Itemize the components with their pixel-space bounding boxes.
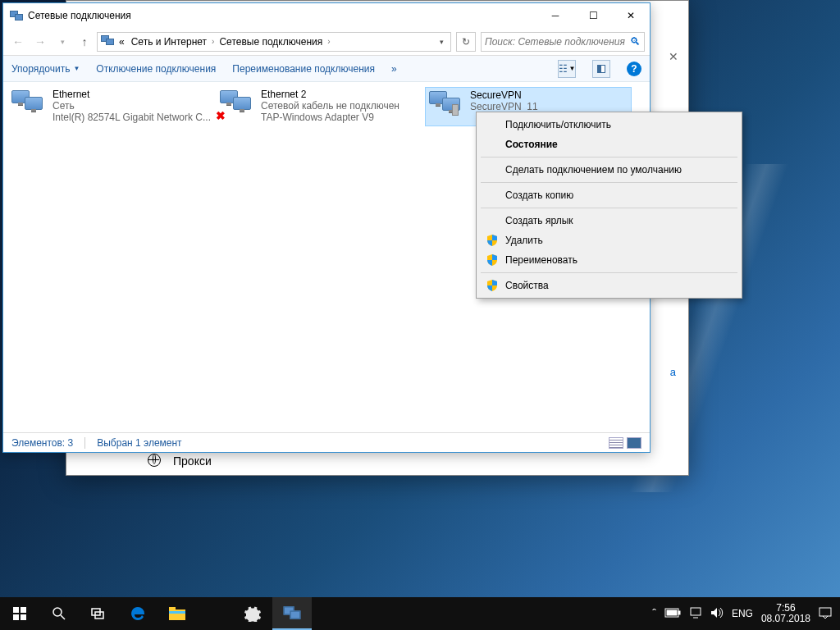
connection-device: Intel(R) 82574L Gigabit Network C... bbox=[52, 112, 213, 123]
connection-name: Ethernet bbox=[52, 89, 213, 100]
explorer-button[interactable] bbox=[158, 597, 197, 630]
battery-icon[interactable] bbox=[664, 607, 681, 620]
connection-name: Ethernet 2 bbox=[261, 89, 422, 100]
breadcrumb-seg1[interactable]: Сеть и Интернет bbox=[130, 36, 208, 48]
svg-rect-16 bbox=[819, 608, 831, 616]
navbar: ← → ▾ ↑ « Сеть и Интернет › Сетевые подк… bbox=[3, 28, 650, 56]
selection-count: Выбран 1 элемент bbox=[97, 437, 181, 449]
connection-item[interactable]: ✖ Ethernet 2 Сетевой кабель не подключен… bbox=[217, 87, 423, 126]
recent-dropdown[interactable]: ▾ bbox=[52, 32, 72, 52]
breadcrumb-dropdown-icon[interactable]: ▾ bbox=[440, 38, 444, 46]
view-options-button[interactable]: ☷▼ bbox=[558, 60, 576, 78]
tray-chevron-icon[interactable]: ˆ bbox=[652, 607, 656, 620]
globe-icon bbox=[148, 454, 161, 467]
toolbar: Упорядочить ▼ Отключение подключения Пер… bbox=[3, 56, 650, 82]
uac-shield-icon bbox=[486, 234, 499, 247]
close-button[interactable]: ✕ bbox=[612, 3, 650, 28]
taskbar: ˆ ENG 7:56 08.07.2018 bbox=[0, 597, 840, 630]
organize-menu[interactable]: Упорядочить ▼ bbox=[11, 63, 80, 75]
network-tray-icon[interactable] bbox=[689, 607, 702, 621]
minimize-button[interactable]: ─ bbox=[536, 3, 574, 28]
ctx-create-shortcut[interactable]: Создать ярлык bbox=[479, 211, 739, 231]
vpn-adapter-icon bbox=[427, 89, 465, 122]
edge-button[interactable] bbox=[118, 597, 158, 630]
search-button[interactable] bbox=[39, 597, 79, 630]
svg-rect-12 bbox=[678, 611, 680, 614]
search-box[interactable]: 🔍︎ bbox=[481, 32, 645, 52]
settings-taskbar-button[interactable] bbox=[233, 597, 272, 630]
bg-close-icon[interactable]: ✕ bbox=[669, 50, 678, 63]
disconnected-icon: ✖ bbox=[215, 110, 226, 121]
item-count: Элементов: 3 bbox=[11, 437, 73, 449]
uac-shield-icon bbox=[486, 279, 499, 292]
ctx-status[interactable]: Состояние bbox=[479, 135, 739, 154]
svg-rect-10 bbox=[169, 611, 185, 614]
preview-pane-button[interactable] bbox=[592, 60, 610, 78]
connection-status: Сеть bbox=[52, 100, 213, 112]
chevron-right-icon[interactable]: › bbox=[212, 37, 214, 46]
svg-rect-14 bbox=[691, 608, 701, 615]
ctx-delete[interactable]: Удалить bbox=[479, 231, 739, 250]
ctx-set-default[interactable]: Сделать подключением по умолчанию bbox=[479, 160, 739, 180]
svg-rect-2 bbox=[13, 614, 19, 620]
search-icon[interactable]: 🔍︎ bbox=[630, 35, 641, 48]
volume-icon[interactable] bbox=[710, 607, 724, 621]
date: 08.07.2018 bbox=[761, 614, 810, 624]
bg-link: a bbox=[670, 366, 676, 378]
breadcrumb-prefix: « bbox=[117, 36, 126, 48]
icons-view-button[interactable] bbox=[627, 437, 641, 449]
breadcrumb-seg2[interactable]: Сетевые подключения bbox=[217, 36, 324, 48]
disconnect-button[interactable]: Отключение подключения bbox=[96, 63, 216, 75]
svg-point-4 bbox=[53, 608, 62, 616]
action-center-icon[interactable] bbox=[819, 606, 832, 622]
ctx-rename[interactable]: Переименовать bbox=[479, 250, 739, 270]
svg-rect-13 bbox=[667, 610, 677, 615]
system-tray: ˆ ENG 7:56 08.07.2018 bbox=[652, 597, 840, 630]
connection-status: SecureVPN_11 bbox=[470, 101, 629, 112]
network-adapter-icon bbox=[10, 89, 48, 121]
bg-proxy-label[interactable]: Прокси bbox=[173, 454, 212, 468]
details-view-button[interactable] bbox=[609, 437, 623, 449]
svg-rect-3 bbox=[21, 614, 26, 620]
uac-shield-icon bbox=[486, 253, 499, 267]
svg-rect-0 bbox=[13, 607, 19, 613]
task-view-button[interactable] bbox=[79, 597, 118, 630]
ctx-connect-disconnect[interactable]: Подключить/отключить bbox=[479, 115, 739, 135]
app-icon bbox=[10, 9, 23, 22]
more-button[interactable]: » bbox=[391, 63, 397, 75]
refresh-button[interactable]: ↻ bbox=[456, 32, 476, 52]
rename-button[interactable]: Переименование подключения bbox=[232, 63, 375, 75]
titlebar[interactable]: Сетевые подключения ─ ☐ ✕ bbox=[3, 3, 650, 28]
search-input[interactable] bbox=[485, 36, 630, 48]
svg-rect-8 bbox=[169, 609, 185, 620]
svg-rect-9 bbox=[169, 607, 176, 610]
forward-button[interactable]: → bbox=[30, 32, 50, 52]
svg-line-5 bbox=[61, 615, 65, 619]
window-title: Сетевые подключения bbox=[28, 10, 536, 21]
clock[interactable]: 7:56 08.07.2018 bbox=[761, 603, 810, 624]
connection-device: TAP-Windows Adapter V9 bbox=[261, 112, 422, 123]
back-button[interactable]: ← bbox=[8, 32, 28, 52]
ctx-properties[interactable]: Свойства bbox=[479, 276, 739, 295]
context-menu: Подключить/отключить Состояние Сделать п… bbox=[476, 112, 742, 299]
start-button[interactable] bbox=[0, 597, 39, 630]
statusbar: Элементов: 3 Выбран 1 элемент bbox=[3, 432, 650, 452]
help-button[interactable]: ? bbox=[627, 62, 641, 76]
breadcrumb-icon bbox=[101, 35, 114, 48]
connection-status: Сетевой кабель не подключен bbox=[261, 100, 422, 112]
control-panel-taskbar-button[interactable] bbox=[272, 597, 312, 630]
breadcrumb[interactable]: « Сеть и Интернет › Сетевые подключения … bbox=[97, 32, 451, 52]
connection-item[interactable]: Ethernet Сеть Intel(R) 82574L Gigabit Ne… bbox=[8, 87, 215, 126]
maximize-button[interactable]: ☐ bbox=[574, 3, 612, 28]
language-indicator[interactable]: ENG bbox=[732, 608, 753, 619]
svg-rect-1 bbox=[21, 607, 26, 613]
up-button[interactable]: ↑ bbox=[75, 32, 94, 52]
chevron-right-icon[interactable]: › bbox=[327, 37, 330, 46]
network-adapter-icon: ✖ bbox=[218, 89, 256, 121]
ctx-create-copy[interactable]: Создать копию bbox=[479, 185, 739, 205]
connection-name: SecureVPN bbox=[470, 89, 629, 101]
